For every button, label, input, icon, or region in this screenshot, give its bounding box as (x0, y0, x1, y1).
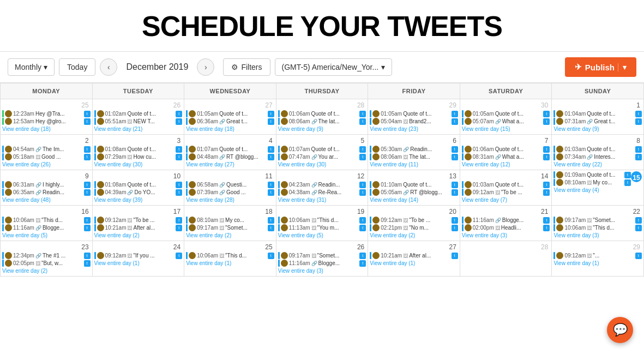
tweet-row[interactable]: 09:12am🖼"If you ...t (94, 252, 183, 259)
view-entire-day[interactable]: View entire day (2) (186, 232, 274, 238)
tweet-row[interactable]: 09:17am🖼"Somet...t (186, 224, 274, 231)
view-entire-day[interactable]: View entire day (26) (2, 161, 91, 167)
calendar-cell[interactable]: 204:54am🔗The Im...t05:18am🖼Good ...tView… (1, 135, 93, 170)
tweet-row[interactable]: 08:06am🖼The lat...t (370, 153, 458, 160)
tweet-row[interactable]: 07:29am🖼How cu...t (94, 153, 183, 160)
tweet-row[interactable]: 10:06am🖼"This d...t (186, 252, 274, 259)
tweet-row[interactable]: 06:35am🔗Readin...t (2, 189, 91, 196)
tweet-row[interactable]: 10:06am🖼"This d...t (553, 224, 642, 231)
tweet-row[interactable]: 01:03amQuote of t...t (553, 146, 642, 153)
tweet-row[interactable]: 11:16am🔗Blogge...t (2, 224, 91, 231)
view-entire-day[interactable]: View entire day (18) (186, 126, 274, 132)
tweet-row[interactable]: 05:18am🖼Good ...t (2, 153, 91, 160)
today-button[interactable]: Today (59, 58, 95, 76)
tweet-row[interactable]: 09:12am🖼"...t (553, 252, 642, 259)
tweet-row[interactable]: 02:21pm🖼"No m...t (370, 224, 458, 231)
view-entire-day[interactable]: View entire day (30) (94, 161, 183, 167)
tweet-row[interactable]: 01:08amQuote of t...t (94, 181, 183, 188)
view-entire-day[interactable]: View entire day (2) (370, 232, 458, 238)
tweet-row[interactable]: 08:31am🔗What a...t (462, 153, 550, 160)
calendar-cell[interactable]: 1106:58am🔗Questi...t07:39am🔗Good ...tVie… (184, 170, 276, 206)
calendar-cell[interactable]: 906:31am🔗I highly...t06:35am🔗Readin...tV… (1, 170, 93, 206)
tweet-row[interactable]: 01:03amQuote of t...t (462, 181, 550, 188)
view-entire-day[interactable]: View entire day (3) (553, 232, 642, 238)
view-entire-day[interactable]: View entire day (21) (94, 126, 183, 132)
tweet-row[interactable]: 09:17am🖼"Somet...t (278, 252, 366, 259)
tweet-row[interactable]: 06:36am🔗Great t...t (186, 118, 274, 125)
view-entire-day[interactable]: View entire day (12) (462, 161, 550, 167)
calendar-cell[interactable]: 605:30am🔗Readin...t08:06am🖼The lat...tVi… (368, 135, 460, 170)
tweet-row[interactable]: 05:51am🖼NEW T...t (94, 118, 183, 125)
tweet-row[interactable]: 08:10am🖼My co...t (553, 179, 631, 186)
view-entire-day[interactable]: View entire day (14) (370, 197, 458, 203)
tweet-row[interactable]: 04:54am🔗The Im...t (2, 146, 91, 153)
tweet-row[interactable]: 01:05amQuote of t...t (370, 110, 458, 117)
calendar-cell[interactable]: 1401:03amQuote of t...t09:12am🖼"To be ..… (460, 170, 552, 206)
tweet-row[interactable]: 10:21am🖼After al...t (94, 224, 183, 231)
calendar-cell[interactable]: 1001:08amQuote of t...t04:39am🔗Do YO...t… (92, 170, 184, 206)
tweet-row[interactable]: 09:12am🖼"To be ...t (370, 217, 458, 224)
calendar-cell[interactable]: 2510:06am🖼"This d...tView entire day (1) (184, 241, 276, 277)
tweet-row[interactable]: 10:06am🖼"This d...t (2, 217, 91, 224)
view-entire-day[interactable]: View entire day (39) (94, 197, 183, 203)
view-entire-day[interactable]: View entire day (4) (553, 187, 642, 193)
view-entire-day[interactable]: View entire day (28) (186, 197, 274, 203)
view-entire-day[interactable]: View entire day (9) (278, 126, 366, 132)
calendar-cell[interactable]: 501:07amQuote of t...t07:47am🔗You ar...t… (276, 135, 368, 170)
tweet-row[interactable]: 07:39am🔗Good ...t (186, 189, 274, 196)
calendar-cell[interactable]: 1910:06am🖼"This d...t11:13am🖼"You m...tV… (276, 206, 368, 241)
calendar-cell[interactable]: 3001:05amQuote of t...t05:07am🔗What a...… (460, 99, 552, 135)
view-entire-day[interactable]: View entire day (1) (370, 260, 458, 266)
tweet-row[interactable]: 02:05pm🖼"But, w...t (2, 260, 91, 267)
tweet-row[interactable]: 01:10amQuote of t...t (370, 181, 458, 188)
calendar-cell[interactable]: 101:04amQuote of t...t07:31am🔗Great t...… (552, 99, 644, 135)
tweet-row[interactable]: 12:34pm🔗The #1 ...t (2, 252, 91, 259)
monthly-button[interactable]: Monthly ▾ (8, 58, 55, 76)
view-entire-day[interactable]: View entire day (3) (278, 268, 366, 274)
tweet-row[interactable]: 01:05amQuote of t...t (462, 110, 550, 117)
view-entire-day[interactable]: View entire day (3) (462, 232, 550, 238)
calendar-cell[interactable]: 2312:34pm🔗The #1 ...t02:05pm🖼"But, w...t… (1, 241, 93, 277)
calendar-cell[interactable]: 2111:16am🔗Blogge...t02:00pm🖼Headli...tVi… (460, 206, 552, 241)
calendar-cell[interactable]: 2901:05amQuote of t...t05:04am🖼Brand2...… (368, 99, 460, 135)
calendar-cell[interactable]: 1301:10amQuote of t...t05:05am🔗RT @blogg… (368, 170, 460, 206)
calendar-cell[interactable]: 2209:17am🖼"Somet...t10:06am🖼"This d...tV… (552, 206, 644, 241)
tweet-row[interactable]: 10:06am🖼"This d...t (278, 217, 366, 224)
tweet-row[interactable]: 01:05amQuote of t...t (186, 110, 274, 117)
view-entire-day[interactable]: View entire day (23) (370, 126, 458, 132)
tweet-row[interactable]: 12:23amHey @Tra...t (2, 110, 91, 117)
filters-button[interactable]: ⚙ Filters (223, 58, 270, 76)
tweet-row[interactable]: 06:31am🔗I highly...t (2, 181, 91, 188)
tweet-row[interactable]: 05:07am🔗What a...t (462, 118, 550, 125)
tweet-row[interactable]: 05:05am🔗RT @blogg...t (370, 189, 458, 196)
tweet-row[interactable]: 05:04am🖼Brand2...t (370, 118, 458, 125)
calendar-cell[interactable]: 801:03amQuote of t...t07:34am🔗Interes...… (552, 135, 644, 170)
view-entire-day[interactable]: View entire day (9) (553, 126, 642, 132)
calendar-cell[interactable]: 2710:21am🖼After al...tView entire day (1… (368, 241, 460, 277)
tweet-row[interactable]: 01:09amQuote of t...t (553, 171, 631, 178)
calendar-cell[interactable]: 2909:12am🖼"...tView entire day (1) (552, 241, 644, 277)
tweet-row[interactable]: 01:08amQuote of t...t (94, 146, 183, 153)
calendar-cell[interactable]: 301:08amQuote of t...t07:29am🖼How cu...t… (92, 135, 184, 170)
tweet-row[interactable]: 09:12am🖼"To be ...t (94, 217, 183, 224)
tweet-row[interactable]: 04:39am🔗Do YO...t (94, 189, 183, 196)
tweet-row[interactable]: 07:34am🔗Interes...t (553, 153, 642, 160)
tweet-row[interactable]: 07:47am🔗You ar...t (278, 153, 366, 160)
calendar-cell[interactable]: 1204:23am🔗Readin...t04:38am🔗Re-Rea...tVi… (276, 170, 368, 206)
calendar-cell[interactable]: 2009:12am🖼"To be ...t02:21pm🖼"No m...tVi… (368, 206, 460, 241)
tweet-row[interactable]: 01:04amQuote of t...t (553, 110, 642, 117)
view-entire-day[interactable]: View entire day (11) (370, 161, 458, 167)
view-entire-day[interactable]: View entire day (7) (462, 197, 550, 203)
publish-arrow[interactable]: ▾ (618, 63, 627, 71)
view-entire-day[interactable]: View entire day (27) (186, 161, 274, 167)
tweet-row[interactable]: 04:38am🔗Re-Rea...t (278, 189, 366, 196)
calendar-cell[interactable]: 1610:06am🖼"This d...t11:16am🔗Blogge...tV… (1, 206, 93, 241)
tweet-row[interactable]: 04:48am🔗RT @blogg...t (186, 153, 274, 160)
tweet-row[interactable]: 11:16am🔗Blogge...t (462, 217, 550, 224)
view-entire-day[interactable]: View entire day (15) (462, 126, 550, 132)
calendar-cell[interactable]: 2801:06amQuote of t...t08:06am🔗The lat..… (276, 99, 368, 135)
view-entire-day[interactable]: View entire day (22) (553, 161, 642, 167)
calendar-cell[interactable]: 28 (460, 241, 552, 277)
view-entire-day[interactable]: View entire day (31) (278, 197, 366, 203)
tweet-row[interactable]: 01:02amQuote of t...t (94, 110, 183, 117)
